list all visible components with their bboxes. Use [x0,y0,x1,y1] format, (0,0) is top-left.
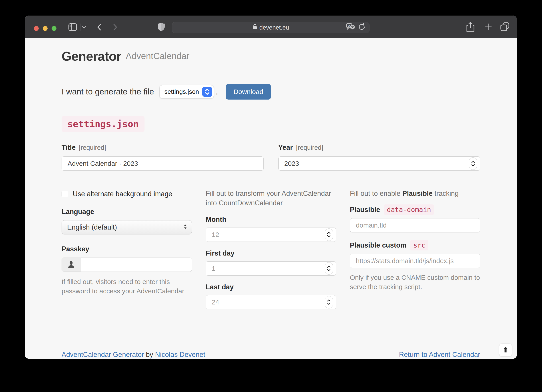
generate-row: I want to generate the file settings.jso… [62,84,480,100]
passkey-label: Passkey [62,245,192,253]
last-day-stepper[interactable] [325,296,333,308]
title-field-group: Title [required] [62,144,264,171]
file-type-select[interactable]: settings.json [159,85,214,98]
arrow-up-icon [503,346,508,354]
custom-src-help-text: Only if you use a CNAME custom domain to… [350,273,480,292]
alternate-bg-row[interactable]: Use alternate background image [62,190,192,198]
data-domain-label: Plausible [350,206,380,214]
footer-by-text: by [144,351,155,359]
browser-toolbar: devenet.eu A [25,16,517,38]
month-label: Month [206,215,336,224]
sidebar-toggle-icon[interactable] [69,23,77,31]
custom-src-label: Plausible custom [350,241,406,249]
scroll-to-top-button[interactable] [499,344,512,356]
language-label: Language [62,208,192,216]
title-year-row: Title [required] Year [required] [62,144,480,171]
title-label: Title [62,144,76,151]
language-select-value: English (default) [67,223,117,231]
site-header: Generator AdventCalendar [25,38,517,74]
month-stepper[interactable] [325,228,333,241]
options-columns: Use alternate background image Language … [62,189,480,309]
svg-text:A: A [348,24,350,27]
data-domain-input[interactable] [350,218,480,232]
first-day-stepper[interactable] [325,262,333,275]
shield-icon[interactable] [157,22,165,31]
month-input[interactable] [206,228,336,242]
countdown-intro-text: Fill out to transform your AdventCalenda… [206,189,336,208]
generator-link[interactable]: AdventCalendar Generator [62,351,144,359]
browser-window: devenet.eu A [25,16,517,359]
countdown-column: Fill out to transform your AdventCalenda… [206,189,336,309]
year-input[interactable] [278,156,480,171]
settings-section-heading: settings.json [62,116,480,132]
download-button[interactable]: Download [226,84,271,100]
minimize-window-button[interactable] [43,26,48,31]
data-domain-code-chip: data-domain [384,204,434,215]
settings-json-chip: settings.json [62,116,145,132]
title-input[interactable] [62,156,264,171]
site-footer: AdventCalendar Generator by Nicolas Deve… [25,342,517,359]
year-label: Year [278,144,293,151]
close-window-button[interactable] [34,26,39,31]
section-divider [62,181,480,181]
share-icon[interactable] [466,22,474,32]
address-bar[interactable]: devenet.eu A [172,22,369,33]
reload-icon[interactable] [359,23,365,32]
general-options-column: Use alternate background image Language … [62,189,192,309]
file-type-select-value: settings.json [164,88,199,95]
passkey-help-text: If filled out, visitors need to enter th… [62,277,192,296]
translate-icon[interactable]: A [346,23,355,32]
custom-src-input[interactable] [350,254,480,268]
author-link[interactable]: Nicolas Devenet [155,351,205,359]
person-icon [62,258,81,272]
page-subtitle: AdventCalendar [126,51,190,61]
page-title: Generator [62,49,121,64]
url-text: devenet.eu [260,24,289,31]
alternate-bg-label: Use alternate background image [73,190,172,198]
last-day-input[interactable] [206,295,336,309]
zoom-window-button[interactable] [52,26,56,31]
generate-prefix-text: I want to generate the file [62,87,154,97]
passkey-input-group [62,258,192,272]
year-required-tag: [required] [296,144,323,151]
footer-credits: AdventCalendar Generator by Nicolas Deve… [62,351,205,359]
forward-icon[interactable] [113,24,117,31]
last-day-label: Last day [206,283,336,291]
tab-overview-icon[interactable] [500,22,509,31]
toolbar-divider [80,24,81,31]
plausible-intro-text: Fill out to enable Plausible tracking [350,189,480,198]
back-icon[interactable] [97,24,101,31]
first-day-label: First day [206,249,336,257]
year-stepper[interactable] [469,157,477,170]
plausible-column: Fill out to enable Plausible tracking Pl… [350,189,480,309]
select-updown-icon [183,223,187,231]
language-select[interactable]: English (default) [62,220,192,234]
select-arrows-icon [202,87,212,97]
return-link[interactable]: Return to Advent Calendar [399,351,480,359]
new-tab-icon[interactable] [484,23,492,31]
alternate-bg-checkbox[interactable] [62,191,68,197]
passkey-input[interactable] [81,258,192,272]
generate-suffix-text: . [216,87,218,97]
first-day-input[interactable] [206,261,336,276]
lock-icon [253,24,257,31]
custom-src-code-chip: src [410,240,428,250]
plausible-intro-bold: Plausible [402,190,433,197]
title-required-tag: [required] [79,144,106,151]
main-content: I want to generate the file settings.jso… [25,74,517,309]
year-field-group: Year [required] [278,144,480,171]
chevron-down-icon[interactable] [82,26,86,28]
page-content: Generator AdventCalendar I want to gener… [25,38,517,359]
